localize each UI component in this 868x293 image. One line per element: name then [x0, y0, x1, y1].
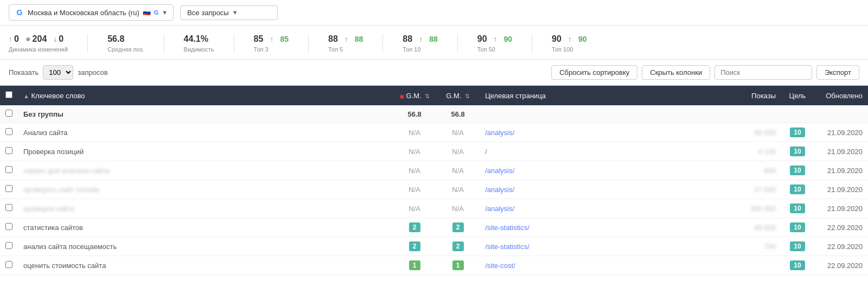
arrow-up-icon: ↑: [344, 35, 348, 43]
row-checkbox-col: [0, 256, 18, 275]
arrow-up-icon: ↑: [9, 35, 12, 43]
row-checkbox[interactable]: [5, 166, 12, 173]
row-gm1: N/A: [393, 180, 436, 199]
row-checkbox-col: [0, 218, 18, 237]
row-shows: 800: [727, 161, 781, 180]
row-gm1: 2: [393, 218, 436, 237]
search-input[interactable]: [714, 65, 812, 80]
arrow-up-icon: ↑: [419, 35, 423, 43]
row-updated: 21.09.2020: [814, 161, 868, 180]
arrow-up-icon: ↑: [494, 35, 497, 43]
per-page-select[interactable]: 100 50 25: [43, 65, 73, 80]
row-checkbox-col: [0, 123, 18, 142]
row-target: 10: [781, 237, 814, 256]
top10-values: 88 ↑ 88: [403, 34, 437, 44]
top5-label: Топ 5: [328, 46, 363, 53]
top5-group: 88 ↑ 88 Топ 5: [328, 34, 363, 53]
row-checkbox[interactable]: [5, 223, 12, 230]
row-gm2: N/A: [436, 123, 480, 142]
row-checkbox[interactable]: [5, 185, 12, 192]
gm1-badge: 1: [409, 260, 420, 270]
top3-values: 85 ↑ 85: [254, 34, 289, 44]
row-checkbox[interactable]: [5, 204, 12, 211]
header-shows[interactable]: Показы: [727, 86, 781, 105]
row-updated: 22.09.2020: [814, 237, 868, 256]
top10-label: Топ 10: [403, 46, 437, 53]
avg-pos-label: Средняя поз.: [107, 46, 144, 53]
arrow-down-icon: ↓: [53, 35, 57, 43]
toolbar: Показать 100 50 25 запросов Сбросить сор…: [0, 60, 868, 86]
row-shows: [727, 256, 781, 275]
shows-value: 49 000: [754, 224, 776, 232]
gm2-badge: 1: [452, 260, 464, 270]
row-checkbox[interactable]: [5, 242, 12, 249]
header-gm2[interactable]: G.M. ⇅: [436, 86, 480, 105]
row-checkbox-col: [0, 180, 18, 199]
region-selector[interactable]: G Москва и Московская область (ru) 🇷🇺 G …: [9, 4, 174, 21]
query-selector[interactable]: Все запросы ▼: [180, 5, 278, 20]
header-target-page[interactable]: Целевая страница: [480, 86, 727, 105]
row-checkbox[interactable]: [5, 261, 12, 268]
group-gm1: 56.8: [393, 105, 436, 123]
divider: [308, 34, 309, 53]
row-keyword: Анализ сайта: [18, 123, 393, 142]
shows-value: 700: [764, 243, 776, 251]
row-keyword: сервис для анализа сайта: [18, 161, 393, 180]
dot-icon: ●: [25, 34, 31, 44]
row-checkbox[interactable]: [5, 128, 12, 135]
top5-base: 88: [328, 34, 338, 44]
target-badge: 10: [790, 184, 805, 194]
top50-current: 90: [504, 35, 513, 43]
row-updated: 22.09.2020: [814, 256, 868, 275]
target-badge: 10: [790, 241, 805, 251]
chevron-down-icon: ▼: [162, 9, 168, 16]
up-count: 0: [14, 34, 19, 44]
na-text: N/A: [409, 186, 420, 194]
select-all-checkbox[interactable]: [5, 91, 12, 98]
gm1-badge: 2: [409, 222, 420, 232]
group-target: [781, 105, 814, 123]
reset-sort-button[interactable]: Сбросить сортировку: [551, 65, 637, 80]
stats-row: ↑ 0 ● 204 ↓ 0 Динамика изменений 56.8 Ср…: [0, 26, 868, 60]
row-gm2: N/A: [436, 161, 480, 180]
sort-up-icon: ▲: [23, 93, 29, 99]
requests-label: запросов: [78, 68, 107, 77]
row-updated: 21.09.2020: [814, 199, 868, 218]
table-body: Без группы 56.8 56.8 Анализ сайтаN/AN/A/…: [0, 105, 868, 275]
header-target[interactable]: Цель: [781, 86, 814, 105]
show-label: Показать: [9, 68, 39, 77]
row-checkbox[interactable]: [5, 147, 12, 154]
group-row: Без группы 56.8 56.8: [0, 105, 868, 123]
header-gm1[interactable]: ▣ G.M. ⇅: [393, 86, 436, 105]
divider: [457, 34, 458, 53]
down-stat: ↓ 0: [53, 34, 63, 44]
group-checkbox[interactable]: [5, 110, 12, 117]
shows-value: 90 000: [754, 129, 776, 137]
table-row: оценить стоимость сайта11/site-cost/1022…: [0, 256, 868, 275]
group-checkbox-col: [0, 105, 18, 123]
row-checkbox-col: [0, 199, 18, 218]
top50-group: 90 ↑ 90 Топ 50: [477, 34, 512, 53]
header-updated[interactable]: Обновлено: [814, 86, 868, 105]
export-button[interactable]: Экспорт: [816, 65, 859, 80]
arrow-up-icon: ↑: [568, 35, 572, 43]
target-badge: 10: [790, 203, 805, 213]
top100-label: Топ 100: [552, 46, 586, 53]
table-row: сервис для анализа сайтаN/AN/A/analysis/…: [0, 161, 868, 180]
row-gm1: 2: [393, 237, 436, 256]
top3-label: Топ 3: [254, 46, 289, 53]
row-target: 10: [781, 180, 814, 199]
header-keyword[interactable]: ▲ Ключевое слово: [18, 86, 393, 105]
hide-cols-button[interactable]: Скрыть колонки: [642, 65, 710, 80]
top10-current: 88: [429, 35, 438, 43]
sort-icon: ⇅: [425, 93, 430, 99]
group-keyword: Без группы: [18, 105, 393, 123]
row-updated: 21.09.2020: [814, 180, 868, 199]
table-header-row: ▲ Ключевое слово ▣ G.M. ⇅ G.M. ⇅ Целевая…: [0, 86, 868, 105]
chevron-down-icon: ▼: [232, 9, 238, 16]
table-row: анализ сайта посещаемость22/site-statist…: [0, 237, 868, 256]
row-gm1: N/A: [393, 161, 436, 180]
row-checkbox-col: [0, 142, 18, 161]
flag-icon: 🇷🇺: [143, 9, 151, 16]
path-text: /analysis/: [485, 167, 514, 175]
